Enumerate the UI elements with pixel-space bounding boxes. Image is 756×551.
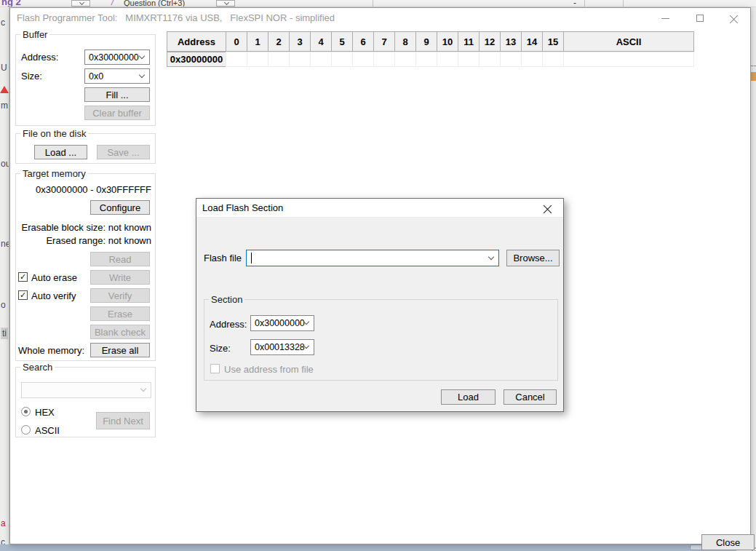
ascii-column-header[interactable]: ASCII: [563, 31, 694, 52]
buffer-size-combo[interactable]: 0x0: [84, 68, 150, 84]
byte-cell[interactable]: [394, 52, 416, 67]
dialog-titlebar[interactable]: Load Flash Section: [196, 199, 563, 218]
byte-cell[interactable]: [521, 52, 543, 67]
dialog-load-button[interactable]: Load: [441, 389, 496, 405]
section-address-value: 0x30000000: [255, 318, 305, 328]
byte-cell[interactable]: [310, 52, 332, 67]
buffer-address-combo[interactable]: 0x30000000: [84, 49, 150, 65]
maximize-button[interactable]: [683, 8, 717, 28]
auto-erase-label: Auto erase: [31, 272, 77, 283]
dialog-cancel-button[interactable]: Cancel: [504, 389, 557, 405]
section-size-combo[interactable]: 0x00013328: [250, 339, 314, 355]
section-address-combo[interactable]: 0x30000000: [250, 315, 314, 331]
chevron-down-icon: [224, 0, 229, 5]
byte-column-header[interactable]: 0: [226, 31, 247, 52]
minimize-button[interactable]: [648, 8, 683, 28]
byte-cell[interactable]: [268, 52, 290, 67]
ribbon-separator: [584, 0, 585, 7]
byte-cell[interactable]: [247, 52, 268, 67]
hex-radio-label: HEX: [35, 407, 55, 418]
byte-cell[interactable]: [289, 52, 311, 67]
section-size-value: 0x00013328: [255, 342, 305, 352]
search-group-legend: Search: [20, 362, 55, 373]
target-memory-range: 0x30000000 - 0x30FFFFFF: [20, 184, 151, 195]
byte-column-header[interactable]: 13: [500, 31, 522, 52]
app-close-button[interactable]: Close: [701, 534, 755, 550]
browse-button[interactable]: Browse...: [506, 250, 560, 266]
configure-button[interactable]: Configure: [90, 200, 150, 215]
ascii-radio[interactable]: [21, 425, 31, 435]
byte-cell[interactable]: [500, 52, 522, 67]
flash-file-combo[interactable]: [246, 250, 499, 266]
byte-column-header[interactable]: 12: [479, 31, 501, 52]
titlebar[interactable]: Flash Programmer Tool: MIMXRT1176 via US…: [10, 8, 750, 28]
byte-cell[interactable]: [479, 52, 501, 67]
hex-radio[interactable]: [21, 407, 31, 416]
whole-memory-label: Whole memory:: [18, 345, 84, 356]
byte-column-header[interactable]: 6: [352, 31, 374, 52]
byte-column-header[interactable]: 7: [373, 31, 395, 52]
resize-grip[interactable]: [752, 544, 756, 551]
byte-column-header[interactable]: 1: [247, 31, 268, 52]
fill-button[interactable]: Fill ...: [84, 87, 150, 102]
left-fragment: U: [1, 63, 7, 73]
verify-button[interactable]: Verify: [90, 288, 150, 303]
window-title: Flash Programmer Tool: MIMXRT1176 via US…: [17, 12, 335, 23]
read-button[interactable]: Read: [90, 252, 150, 266]
byte-column-header[interactable]: 14: [521, 31, 543, 52]
byte-cell[interactable]: [458, 52, 480, 67]
byte-cell[interactable]: [437, 52, 458, 67]
chevron-down-icon: [488, 253, 494, 259]
use-address-checkbox[interactable]: [210, 364, 220, 373]
dialog-close-button[interactable]: [533, 199, 563, 218]
section-group-legend: Section: [209, 294, 244, 305]
erase-button[interactable]: Erase: [90, 306, 150, 321]
ascii-cell[interactable]: [563, 52, 694, 67]
close-button[interactable]: [717, 8, 751, 28]
close-icon: [730, 14, 739, 23]
byte-column-header[interactable]: 9: [415, 31, 437, 52]
left-fragment: c: [1, 17, 5, 28]
left-fragment: a ,: [1, 518, 9, 528]
section-size-label: Size:: [210, 343, 231, 354]
byte-cell[interactable]: [542, 52, 564, 67]
byte-column-header[interactable]: 15: [542, 31, 564, 52]
byte-cell[interactable]: [226, 52, 247, 67]
load-flash-section-dialog: Load Flash Section Flash file Browse... …: [196, 198, 564, 412]
ascii-radio-label: ASCII: [35, 425, 60, 436]
byte-column-header[interactable]: 11: [458, 31, 480, 52]
byte-column-header[interactable]: 10: [437, 31, 458, 52]
byte-cell[interactable]: [373, 52, 395, 67]
scrollbar-marks: [751, 66, 756, 68]
blank-check-button[interactable]: Blank check: [90, 325, 150, 339]
background-top-ribbon: ng 2 / Question (Ctrl+3) -: [0, 0, 756, 7]
hex-table-row: 0x30000000: [167, 52, 693, 67]
erase-all-button[interactable]: Erase all: [90, 343, 150, 357]
byte-cell[interactable]: [331, 52, 353, 67]
clear-buffer-button[interactable]: Clear buffer: [84, 106, 150, 120]
byte-column-header[interactable]: 4: [310, 31, 332, 52]
row-address-cell[interactable]: 0x30000000: [167, 52, 226, 67]
byte-cell[interactable]: [415, 52, 437, 67]
byte-cell[interactable]: [352, 52, 374, 67]
ribbon-separator: [373, 0, 373, 7]
byte-column-header[interactable]: 3: [289, 31, 311, 52]
load-file-button[interactable]: Load ...: [34, 145, 87, 159]
byte-column-header[interactable]: 2: [268, 31, 290, 52]
byte-column-header[interactable]: 8: [394, 31, 416, 52]
scrollbar-orange-marker: [751, 72, 756, 81]
find-next-button[interactable]: Find Next: [96, 412, 150, 429]
buffer-address-label: Address:: [21, 52, 58, 63]
buffer-address-value: 0x30000000: [89, 52, 139, 63]
byte-column-header[interactable]: 5: [331, 31, 353, 52]
auto-verify-checkbox[interactable]: ✓: [18, 290, 28, 300]
left-fragment: ti: [1, 328, 8, 339]
auto-erase-checkbox[interactable]: ✓: [18, 272, 28, 282]
save-file-button[interactable]: Save ...: [97, 145, 150, 159]
hex-table-header: Address 0123456789101112131415 ASCII: [167, 31, 693, 52]
search-combo[interactable]: [21, 382, 151, 398]
background-slash-fragment: /: [111, 0, 114, 7]
address-column-header[interactable]: Address: [167, 31, 226, 52]
text-caret: [251, 253, 252, 263]
write-button[interactable]: Write: [90, 270, 150, 285]
